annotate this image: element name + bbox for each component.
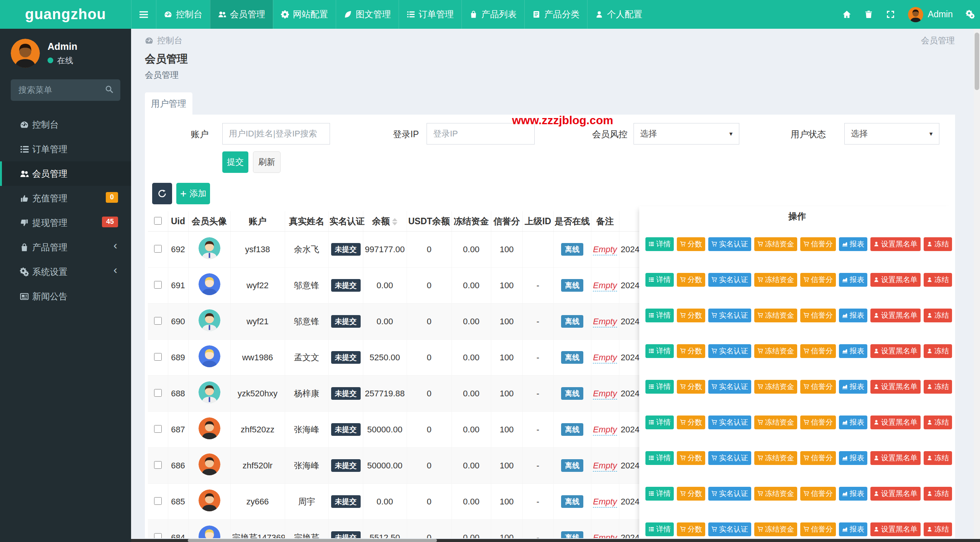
freeze-funds-button[interactable]: 冻结资金 [754,237,797,251]
remark-editable[interactable]: Empty [593,353,617,363]
sidebar-item-orders[interactable]: 订单管理 [0,137,131,161]
nav-item-site-config[interactable]: 网站配置 [273,0,336,29]
nav-item-product-list[interactable]: 产品列表 [461,0,524,29]
set-blacklist-button[interactable]: 设置黑名单 [870,487,921,501]
credit-score-button[interactable]: 信誉分 [800,416,836,429]
home-icon[interactable] [842,10,851,19]
member-risk-select[interactable]: 选择▼ [634,123,739,145]
row-checkbox[interactable] [154,425,162,433]
nav-item-dashboard[interactable]: 控制台 [156,0,210,29]
score-button[interactable]: 分数 [677,451,705,465]
brand-logo[interactable]: guangzhou [0,0,131,29]
remark-editable[interactable]: Empty [593,497,617,508]
row-checkbox[interactable] [154,281,162,289]
details-button[interactable]: 详情 [645,451,674,465]
remark-editable[interactable]: Empty [593,389,617,399]
freeze-button[interactable]: 冻结 [924,344,952,358]
score-button[interactable]: 分数 [677,273,705,287]
realname-auth-button[interactable]: 实名认证 [708,237,751,251]
remark-editable[interactable]: Empty [593,425,617,435]
remark-editable[interactable]: Empty [593,533,617,539]
set-blacklist-button[interactable]: 设置黑名单 [870,309,921,322]
set-blacklist-button[interactable]: 设置黑名单 [870,344,921,358]
navbar-user[interactable]: Admin [908,7,953,22]
account-search-input[interactable] [222,123,330,145]
report-button[interactable]: 报表 [839,416,867,429]
sidebar-item-recharge[interactable]: 充值管理0 [0,186,131,210]
credit-score-button[interactable]: 信誉分 [800,487,836,501]
set-blacklist-button[interactable]: 设置黑名单 [870,451,921,465]
freeze-funds-button[interactable]: 冻结资金 [754,487,797,501]
breadcrumb-home[interactable]: 控制台 [157,35,182,46]
nav-item-product-category[interactable]: 产品分类 [524,0,587,29]
sidebar-item-news[interactable]: 新闻公告 [0,284,131,309]
tab-user-management[interactable]: 用户管理 [145,92,192,115]
fullscreen-icon[interactable] [886,10,895,19]
freeze-button[interactable]: 冻结 [924,237,952,251]
add-user-button[interactable]: 添加 [176,183,210,204]
freeze-funds-button[interactable]: 冻结资金 [754,416,797,429]
details-button[interactable]: 详情 [645,522,674,536]
remark-editable[interactable]: Empty [593,281,617,291]
vertical-scrollbar-thumb[interactable] [975,33,979,90]
select-all-checkbox[interactable] [154,217,162,225]
set-blacklist-button[interactable]: 设置黑名单 [870,522,921,536]
clear-cache-icon[interactable] [864,10,873,19]
sort-icons[interactable] [392,218,397,225]
set-blacklist-button[interactable]: 设置黑名单 [870,380,921,394]
refresh-button[interactable]: 刷新 [253,151,281,173]
score-button[interactable]: 分数 [677,380,705,394]
freeze-funds-button[interactable]: 冻结资金 [754,380,797,394]
realname-auth-button[interactable]: 实名认证 [708,273,751,287]
score-button[interactable]: 分数 [677,309,705,322]
nav-item-profile[interactable]: 个人配置 [587,0,650,29]
nav-item-members[interactable]: 会员管理 [210,0,273,29]
set-blacklist-button[interactable]: 设置黑名单 [870,237,921,251]
realname-auth-button[interactable]: 实名认证 [708,344,751,358]
realname-auth-button[interactable]: 实名认证 [708,416,751,429]
details-button[interactable]: 详情 [645,309,674,322]
credit-score-button[interactable]: 信誉分 [800,522,836,536]
remark-editable[interactable]: Empty [593,245,617,255]
credit-score-button[interactable]: 信誉分 [800,380,836,394]
report-button[interactable]: 报表 [839,451,867,465]
report-button[interactable]: 报表 [839,309,867,322]
sidebar-item-products[interactable]: 产品管理‹ [0,235,131,260]
row-checkbox[interactable] [154,461,162,469]
credit-score-button[interactable]: 信誉分 [800,451,836,465]
details-button[interactable]: 详情 [645,237,674,251]
set-blacklist-button[interactable]: 设置黑名单 [870,273,921,287]
horizontal-scrollbar-thumb[interactable] [188,539,437,542]
col-header[interactable]: 余额 [363,211,407,232]
row-checkbox[interactable] [154,497,162,505]
realname-auth-button[interactable]: 实名认证 [708,451,751,465]
reload-table-button[interactable] [152,183,172,204]
sidebar-item-withdraw[interactable]: 提现管理45 [0,210,131,235]
credit-score-button[interactable]: 信誉分 [800,237,836,251]
details-button[interactable]: 详情 [645,273,674,287]
report-button[interactable]: 报表 [839,522,867,536]
search-icon[interactable] [105,85,113,94]
settings-gears-icon[interactable] [966,10,975,19]
report-button[interactable]: 报表 [839,273,867,287]
sidebar-toggle-button[interactable] [131,0,156,29]
credit-score-button[interactable]: 信誉分 [800,344,836,358]
row-checkbox[interactable] [154,317,162,325]
freeze-button[interactable]: 冻结 [924,380,952,394]
row-checkbox[interactable] [154,245,162,253]
freeze-funds-button[interactable]: 冻结资金 [754,309,797,322]
report-button[interactable]: 报表 [839,344,867,358]
submit-button[interactable]: 提交 [222,151,248,173]
score-button[interactable]: 分数 [677,416,705,429]
score-button[interactable]: 分数 [677,237,705,251]
freeze-button[interactable]: 冻结 [924,309,952,322]
sidebar-item-members[interactable]: 会员管理 [0,161,131,186]
row-checkbox[interactable] [154,533,162,538]
report-button[interactable]: 报表 [839,487,867,501]
realname-auth-button[interactable]: 实名认证 [708,522,751,536]
freeze-funds-button[interactable]: 冻结资金 [754,522,797,536]
freeze-button[interactable]: 冻结 [924,451,952,465]
vertical-scrollbar[interactable] [974,29,980,542]
freeze-button[interactable]: 冻结 [924,522,952,536]
freeze-funds-button[interactable]: 冻结资金 [754,451,797,465]
